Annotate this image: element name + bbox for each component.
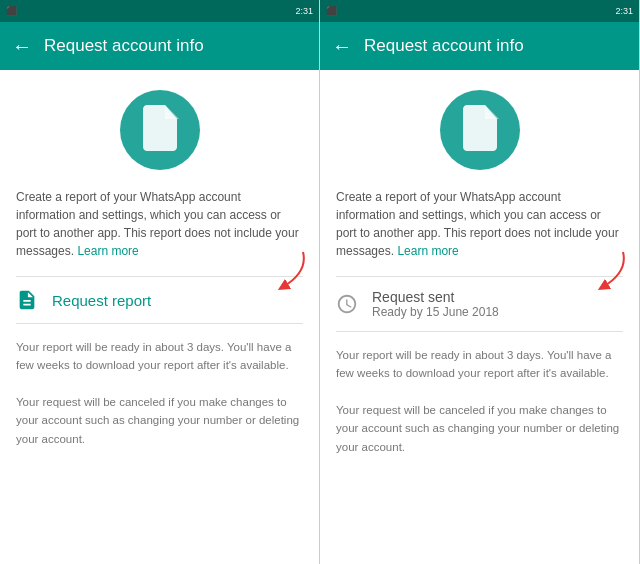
document-icon-left: [141, 105, 179, 155]
request-report-label: Request report: [52, 292, 151, 309]
info-text1-left: Your report will be ready in about 3 day…: [16, 338, 303, 375]
status-left-right: ⬛: [326, 6, 337, 16]
request-sent-label: Request sent: [372, 289, 499, 305]
learn-more-link-left[interactable]: Learn more: [77, 244, 138, 258]
status-time-left: 2:31: [295, 6, 313, 16]
report-icon-left: [16, 289, 38, 311]
request-sent-sublabel: Ready by 15 June 2018: [372, 305, 499, 319]
header-left: ← Request account info: [0, 22, 319, 70]
info-text1-right: Your report will be ready in about 3 day…: [336, 346, 623, 383]
clock-icon-right: [336, 293, 358, 315]
header-title-right: Request account info: [364, 36, 524, 56]
info-text2-right: Your request will be canceled if you mak…: [336, 401, 623, 456]
status-time-right: 2:31: [615, 6, 633, 16]
doc-icon-circle-right: [440, 90, 520, 170]
status-bar-right: ⬛ 2:31: [320, 0, 639, 22]
request-report-row[interactable]: Request report: [16, 276, 303, 324]
learn-more-link-right[interactable]: Learn more: [397, 244, 458, 258]
phone-panel-right: ⬛ 2:31 ← Request account info Create a r…: [320, 0, 640, 564]
status-bar-left: ⬛ 2:31: [0, 0, 319, 22]
back-button-right[interactable]: ←: [332, 35, 352, 58]
header-right: ← Request account info: [320, 22, 639, 70]
back-button-left[interactable]: ←: [12, 35, 32, 58]
info-text2-left: Your request will be canceled if you mak…: [16, 393, 303, 448]
arrow-indicator-right: [553, 247, 633, 297]
header-title-left: Request account info: [44, 36, 204, 56]
status-right: 2:31: [295, 6, 313, 16]
content-right: Create a report of your WhatsApp account…: [320, 70, 639, 564]
phone-panel-left: ⬛ 2:31 ← Request account info Create a r…: [0, 0, 320, 564]
status-left: ⬛: [6, 6, 17, 16]
content-left: Create a report of your WhatsApp account…: [0, 70, 319, 564]
status-icon-right: ⬛: [326, 6, 337, 16]
arrow-indicator-left: [233, 247, 313, 297]
document-icon-right: [461, 105, 499, 155]
request-sent-row: Request sent Ready by 15 June 2018: [336, 276, 623, 332]
doc-icon-circle-left: [120, 90, 200, 170]
status-icon: ⬛: [6, 6, 17, 16]
status-right-right: 2:31: [615, 6, 633, 16]
request-sent-text: Request sent Ready by 15 June 2018: [372, 289, 499, 319]
